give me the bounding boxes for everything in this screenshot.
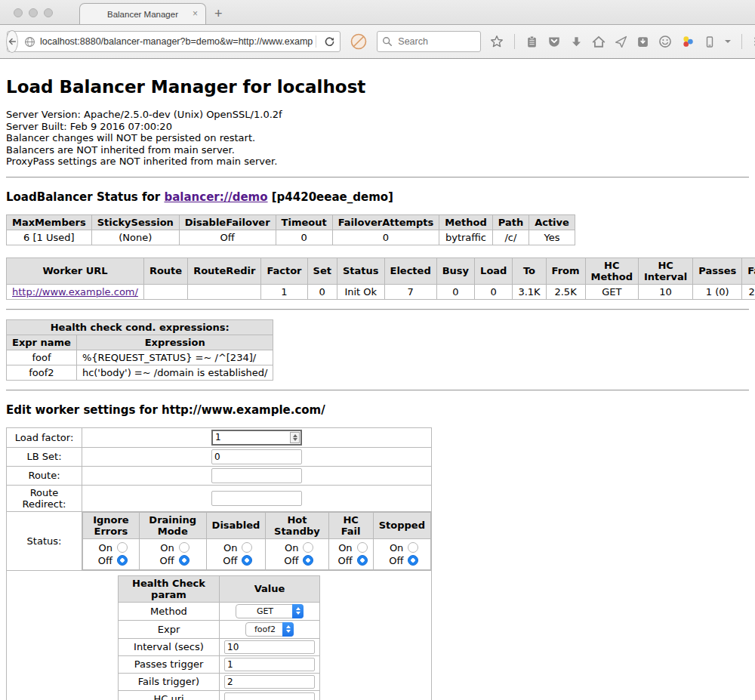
hc-method-select[interactable]: GET <box>236 604 304 618</box>
draining-mode-off-radio[interactable] <box>179 555 190 566</box>
lb-set-label: LB Set: <box>7 447 82 466</box>
method-value: bytraffic <box>439 230 492 245</box>
search-icon <box>382 36 393 47</box>
hc-fails-label: Fails trigger) <box>119 673 220 690</box>
column-header: Set <box>307 257 337 284</box>
hc-fail-on-radio[interactable] <box>357 542 368 553</box>
route-value <box>143 284 187 299</box>
column-header: Status <box>337 257 384 284</box>
title-bar: Balancer Manager × + <box>0 0 755 24</box>
column-header: Hot Standby <box>266 512 328 538</box>
load-factor-label: Load factor: <box>7 427 82 447</box>
stopped-off-radio[interactable] <box>408 555 418 566</box>
window-controls <box>14 8 53 17</box>
pocket-button[interactable] <box>547 35 561 48</box>
back-button[interactable] <box>6 30 18 53</box>
table-header-row: Expr name Expression <box>7 335 273 350</box>
ignore-errors-off-radio[interactable] <box>117 555 128 566</box>
routeredir-value <box>188 284 261 299</box>
route-redirect-input[interactable] <box>211 491 302 506</box>
bookmark-star-button[interactable] <box>490 35 504 48</box>
lb-set-input[interactable] <box>211 449 302 464</box>
home-icon <box>592 35 606 48</box>
stopped-on-radio[interactable] <box>408 542 418 553</box>
table-header-row: Worker URL Route RouteRedir Factor Set S… <box>7 257 755 284</box>
expr-row: foof2 hc('body') =~ /domain is establish… <box>7 365 273 380</box>
device-button[interactable] <box>704 35 716 48</box>
hc-uri-row: HC uri <box>119 690 320 700</box>
ignore-errors-on-radio[interactable] <box>117 542 128 553</box>
overflow-caret-icon[interactable] <box>725 40 731 43</box>
column-header: Worker URL <box>7 257 144 284</box>
fails-value: 2 (0) <box>742 284 755 299</box>
panel-button[interactable] <box>636 35 649 48</box>
hc-fail-off-radio[interactable] <box>357 555 368 566</box>
hc-uri-input[interactable] <box>224 692 315 700</box>
number-spinner-icon[interactable] <box>290 432 300 443</box>
close-window-button[interactable] <box>14 8 23 17</box>
feedback-button[interactable] <box>658 35 672 48</box>
status-row: Status: Ignore Errors Draining Mode Disa… <box>7 511 432 570</box>
colored-dots-icon <box>681 35 695 48</box>
disabled-off-radio[interactable] <box>242 555 252 566</box>
hc-passes-input[interactable] <box>224 658 315 671</box>
navigation-toolbar: localhost:8880/balancer-manager?b=demo&w… <box>0 24 755 59</box>
url-bar[interactable]: localhost:8880/balancer-manager?b=demo&w… <box>7 31 341 52</box>
search-bar[interactable] <box>377 31 481 52</box>
search-input[interactable] <box>396 35 472 48</box>
load-factor-input[interactable] <box>215 432 290 443</box>
expr-table-title: Health check cond. expressions: <box>7 319 273 335</box>
load-factor-field[interactable] <box>211 430 302 446</box>
expr-value: hc('body') =~ /domain is established/ <box>76 365 273 380</box>
column-header: Timeout <box>276 214 332 230</box>
browser-tab[interactable]: Balancer Manager × <box>79 3 206 24</box>
status-radio-row: On Off On Off On Off <box>83 538 431 569</box>
column-header: Value <box>220 575 320 602</box>
column-header: StickySession <box>91 214 179 230</box>
minimize-window-button[interactable] <box>29 8 38 17</box>
hot-standby-on-radio[interactable] <box>303 542 313 553</box>
draining-mode-on-radio[interactable] <box>179 542 190 553</box>
column-header: To <box>513 257 546 284</box>
new-tab-button[interactable]: + <box>214 6 223 22</box>
on-label: On <box>334 542 353 554</box>
route-row: Route: <box>7 466 432 485</box>
route-input[interactable] <box>211 468 302 483</box>
home-button[interactable] <box>592 35 606 48</box>
worker-url-link[interactable]: http://www.example.com/ <box>12 286 138 298</box>
reading-list-button[interactable] <box>525 35 538 48</box>
status-heading-suffix: [p4420eeae_demo] <box>268 190 393 204</box>
table-header-row: MaxMembers StickySession DisableFailover… <box>7 214 575 230</box>
column-header: HC Fail <box>328 512 373 538</box>
column-header: DisableFailover <box>179 214 276 230</box>
send-tab-button[interactable] <box>615 35 627 48</box>
url-text[interactable]: localhost:8880/balancer-manager?b=demo&w… <box>40 36 313 47</box>
ignore-errors-cell: On Off <box>83 538 140 569</box>
hc-fails-input[interactable] <box>224 675 315 689</box>
tab-close-icon[interactable]: × <box>193 9 198 18</box>
edit-worker-heading: Edit worker settings for http://www.exam… <box>6 403 749 417</box>
hc-expr-select[interactable]: foof2 <box>245 622 294 637</box>
maxmembers-value: 6 [1 Used] <box>7 230 92 245</box>
balancer-demo-link[interactable]: balancer://demo <box>164 190 267 204</box>
health-check-expressions-table: Health check cond. expressions: Expr nam… <box>6 319 273 381</box>
reload-button[interactable] <box>319 36 340 48</box>
status-value: Init Ok <box>337 284 384 299</box>
disabled-on-radio[interactable] <box>242 542 252 553</box>
zoom-window-button[interactable] <box>44 8 53 17</box>
elected-value: 7 <box>384 284 436 299</box>
hot-standby-off-radio[interactable] <box>303 555 313 566</box>
column-header: Elected <box>384 257 436 284</box>
column-header: Stopped <box>373 512 430 538</box>
status-label: Status: <box>7 511 82 570</box>
active-value: Yes <box>529 230 575 245</box>
hello-button[interactable] <box>681 35 695 48</box>
divider-1 <box>6 177 749 178</box>
hc-method-value: GET <box>585 284 638 299</box>
path-value: /c/ <box>492 230 528 245</box>
hc-interval-input[interactable] <box>224 640 315 654</box>
status-options-table: Ignore Errors Draining Mode Disabled Hot… <box>82 512 431 570</box>
downloads-button[interactable] <box>570 35 583 48</box>
blocked-content-icon[interactable] <box>350 32 368 51</box>
hc-passes-row: Passes trigger <box>119 655 320 673</box>
